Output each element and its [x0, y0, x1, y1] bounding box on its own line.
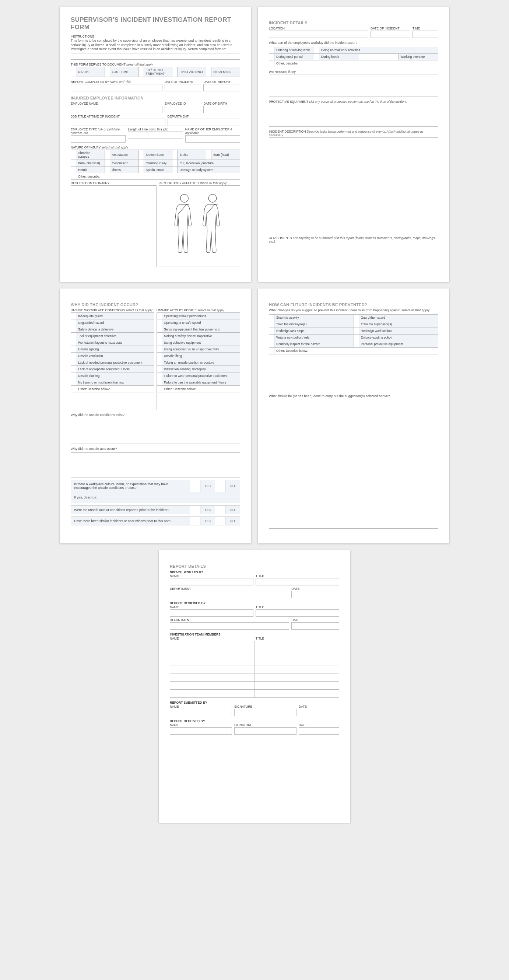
reviewed-title-input[interactable] [256, 609, 339, 617]
body-diagram[interactable] [159, 185, 240, 266]
submitted-by-heading: REPORT SUBMITTED BY [170, 701, 339, 705]
received-name-input[interactable] [170, 727, 232, 735]
reviewed-name-input[interactable] [170, 609, 253, 617]
written-by-heading: REPORT WRITTEN BY [170, 570, 339, 574]
location-input[interactable] [269, 30, 368, 38]
date-of-incident-input[interactable] [165, 84, 202, 91]
submitted-sig-input[interactable] [234, 709, 296, 716]
unsafe-acts-options: Operating without permissions Operating … [156, 312, 240, 392]
other-employer-input[interactable] [185, 135, 240, 143]
why-acts-input[interactable] [71, 452, 240, 477]
similar-question: Have there been similar incidents or nea… [71, 517, 240, 525]
page-5: REPORT DETAILS REPORT WRITTEN BY NAME TI… [159, 550, 350, 822]
employee-type-input[interactable] [71, 135, 126, 143]
serves-label: THIS FORM SERVES TO DOCUMENT [71, 63, 126, 66]
received-sig-input[interactable] [234, 727, 296, 735]
reviewed-by-heading: REPORT REVIEWED BY [170, 601, 339, 605]
reviewed-dept-input[interactable] [170, 622, 289, 630]
written-date-input[interactable] [291, 591, 339, 598]
if-yes-row: If yes, describe: [71, 492, 240, 503]
date-of-report-input[interactable] [203, 84, 240, 91]
nature-of-injury-options: Abrasion, scrapesAmputationBroken BoneBr… [71, 150, 240, 180]
received-date-input[interactable] [299, 727, 339, 735]
page-2: INCIDENT DETAILS LOCATION DATE OF INCIDE… [258, 6, 449, 282]
workday-question: What part of the employee's workday did … [269, 41, 438, 45]
instructions-heading: INSTRUCTIONS [71, 35, 240, 38]
why-cond-q: Why did the unsafe conditions exist? [71, 413, 240, 417]
employee-name-input[interactable] [71, 106, 162, 113]
svg-point-0 [180, 194, 189, 203]
time-input[interactable] [412, 30, 438, 38]
ppe-input[interactable] [269, 104, 438, 127]
form-title: SUPERVISOR'S INCIDENT INVESTIGATION REPO… [71, 16, 240, 31]
reported-question: Were the unsafe acts or conditions repor… [71, 506, 240, 514]
employee-info-heading: INJURED EMPLOYEE INFORMATION [71, 96, 240, 100]
description-of-injury-input[interactable] [71, 185, 156, 267]
page-3: WHY DID THE INCIDENT OCCUR? UNSAFE WORKP… [60, 288, 251, 543]
received-by-heading: REPORT RECEIVED BY [170, 719, 339, 723]
submitted-name-input[interactable] [170, 709, 232, 716]
why-heading: WHY DID THE INCIDENT OCCUR? [71, 302, 240, 307]
prevention-options: Stop this activityGuard the hazard Train… [269, 314, 438, 355]
acts-describe-input[interactable] [156, 392, 240, 410]
report-details-heading: REPORT DETAILS [170, 564, 339, 568]
incident-description-input[interactable] [269, 137, 438, 233]
instructions-text: This form is to be completed by the supe… [71, 39, 240, 52]
department-input[interactable] [168, 119, 240, 126]
incident-details-heading: INCIDENT DETAILS [269, 21, 438, 25]
length-time-input[interactable] [128, 132, 183, 139]
prevent-heading: HOW CAN FUTURE INCIDENTS BE PREVENTED? [269, 302, 438, 307]
return-to-input[interactable] [71, 53, 240, 60]
culture-question: Is there a workplace culture, norm, or e… [71, 480, 240, 492]
dob-input[interactable] [203, 106, 240, 113]
serves-options: DEATH LOST TIME ER / CLINIC TREATMENT FI… [71, 67, 240, 77]
team-heading: INVESTIGATION TEAM MEMBERS [170, 633, 339, 636]
body-figure-icon [166, 187, 232, 264]
witnesses-input[interactable] [269, 74, 438, 97]
workday-options: Entering or leaving workDoing normal wor… [269, 47, 438, 67]
written-title-input[interactable] [256, 578, 339, 585]
cond-describe-input[interactable] [71, 392, 154, 410]
page-4: HOW CAN FUTURE INCIDENTS BE PREVENTED? W… [258, 288, 449, 543]
written-dept-input[interactable] [170, 591, 289, 598]
written-name-input[interactable] [170, 578, 253, 585]
doi2-input[interactable] [371, 30, 410, 38]
unsafe-conditions-options: Inadequate guard Unguarded hazard Safety… [71, 312, 154, 392]
svg-point-1 [208, 194, 216, 203]
job-title-input[interactable] [71, 119, 165, 126]
report-completed-by-input[interactable] [71, 84, 162, 91]
team-members-table [170, 641, 339, 698]
carry-out-input[interactable] [269, 400, 438, 529]
why-cond-input[interactable] [71, 419, 240, 444]
why-acts-q: Why did the unsafe acts occur? [71, 447, 240, 451]
prevent-describe-input[interactable] [269, 355, 438, 391]
reviewed-date-input[interactable] [291, 622, 339, 630]
page-1: SUPERVISOR'S INCIDENT INVESTIGATION REPO… [60, 6, 251, 282]
submitted-date-input[interactable] [299, 709, 339, 716]
attachments-input[interactable] [269, 244, 438, 265]
carry-out-q: What should be (or has been) done to car… [269, 394, 438, 399]
employee-id-input[interactable] [165, 106, 202, 113]
